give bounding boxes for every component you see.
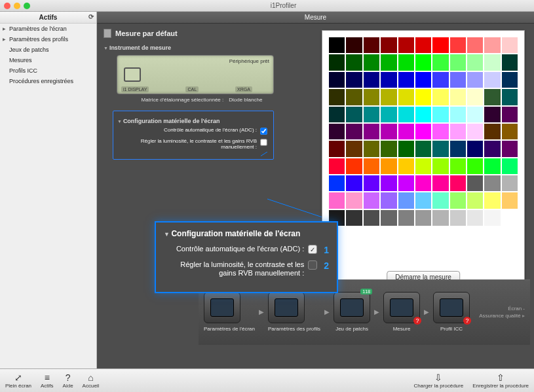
sidebar-item-3[interactable]: Mesures <box>0 55 96 65</box>
matrix-value: Diode blanche <box>229 97 262 103</box>
color-swatch <box>432 158 448 174</box>
workflow-tail[interactable]: Écran -Assurance qualité ▸ <box>479 305 525 319</box>
color-swatch <box>450 54 466 70</box>
sidebar: Actifs ⟳ Paramètres de l'écranParamètres… <box>0 12 97 368</box>
color-swatch <box>432 192 448 208</box>
color-swatch <box>484 37 500 53</box>
assets-button[interactable]: ≡Actifs <box>41 373 54 389</box>
tab-mesure[interactable]: Mesure <box>97 12 534 24</box>
color-swatch <box>329 89 345 105</box>
color-swatch <box>364 210 379 226</box>
color-swatch <box>346 72 362 88</box>
color-swatch <box>432 141 448 156</box>
bottom-toolbar: ⤢Plein écran ≡Actifs ?Aide ⌂Accueil ⇩Cha… <box>0 368 534 392</box>
warning-icon: ? <box>413 317 421 325</box>
refresh-icon[interactable]: ⟳ <box>88 13 94 20</box>
color-swatch <box>381 158 396 174</box>
color-swatch <box>398 89 414 105</box>
color-swatch <box>484 107 500 122</box>
sidebar-item-2[interactable]: Jeux de patchs <box>0 45 96 55</box>
workflow-step-0[interactable]: Paramètres de l'écran <box>204 292 255 332</box>
color-swatch <box>502 54 518 70</box>
color-swatch <box>364 192 379 208</box>
workflow-step-label: Mesure <box>383 326 420 332</box>
color-swatch <box>381 89 396 105</box>
color-swatch <box>329 175 345 191</box>
color-swatch <box>381 37 396 53</box>
zoom-adc-checkbox[interactable]: ✓ <box>308 245 317 254</box>
manual-checkbox[interactable] <box>260 139 267 145</box>
sidebar-item-4[interactable]: Profils ICC <box>0 65 96 76</box>
color-swatch <box>484 192 500 208</box>
callout-number-1: 1 <box>324 245 329 255</box>
workflow-step-icon: ? <box>433 292 470 323</box>
color-swatch <box>364 72 379 88</box>
color-swatch <box>329 37 345 53</box>
workflow-step-icon <box>204 292 240 323</box>
sidebar-item-1[interactable]: Paramètres des profils <box>0 34 96 45</box>
color-swatch <box>381 141 396 156</box>
color-swatch <box>450 141 466 156</box>
workflow-step-4[interactable]: ?Profil ICC <box>433 292 470 332</box>
patch-count-badge: 118 <box>360 289 372 294</box>
page-title: Mesure par défaut <box>104 29 300 38</box>
workflow-step-label: Paramètres des profils <box>268 326 320 332</box>
color-swatch <box>450 192 466 208</box>
color-swatch <box>467 89 483 105</box>
color-swatch <box>329 54 345 70</box>
document-icon <box>104 29 111 38</box>
color-swatch <box>467 175 483 191</box>
workflow-step-1[interactable]: Paramètres des profils <box>268 292 320 332</box>
workflow-step-label: Profil ICC <box>433 326 470 332</box>
color-swatch <box>381 175 396 191</box>
workflow-step-2[interactable]: 118Jeu de patchs <box>334 292 370 332</box>
color-swatch <box>398 192 414 208</box>
color-swatch <box>398 210 414 226</box>
close-icon[interactable] <box>4 3 10 9</box>
workflow-step-label: Paramètres de l'écran <box>204 326 255 332</box>
color-swatch <box>364 141 379 156</box>
save-procedure-button[interactable]: ⇧Enregistrer la procédure <box>472 373 529 389</box>
color-swatch <box>450 72 466 88</box>
color-swatch <box>398 107 414 122</box>
color-swatch <box>484 210 500 226</box>
color-swatch <box>346 124 362 139</box>
color-swatch <box>502 107 518 122</box>
color-swatch <box>484 72 500 88</box>
adc-checkbox[interactable] <box>260 128 267 134</box>
zoom-callout: Configuration matérielle de l'écran Cont… <box>155 221 338 293</box>
load-procedure-button[interactable]: ⇩Charger la procédure <box>414 373 464 389</box>
callout-number-2: 2 <box>324 260 329 271</box>
color-swatch <box>346 141 362 156</box>
color-swatch <box>415 124 431 139</box>
color-swatch <box>502 158 518 174</box>
color-swatch <box>502 37 518 53</box>
section-config[interactable]: Configuration matérielle de l'écran <box>117 118 268 124</box>
sidebar-item-0[interactable]: Paramètres de l'écran <box>0 24 96 34</box>
color-swatch <box>415 175 431 191</box>
color-swatch <box>329 141 345 156</box>
color-swatch <box>364 124 379 139</box>
color-swatch <box>346 158 362 174</box>
color-swatch <box>346 37 362 53</box>
color-swatch <box>432 37 448 53</box>
fullscreen-button[interactable]: ⤢Plein écran <box>5 373 31 389</box>
home-button[interactable]: ⌂Accueil <box>83 373 100 389</box>
color-swatch <box>432 89 448 105</box>
matrix-label: Matrice d'étalonnage sélectionnée : <box>142 97 224 103</box>
color-swatch <box>467 37 483 53</box>
help-button[interactable]: ?Aide <box>63 373 73 389</box>
color-swatch <box>381 124 396 139</box>
minimize-icon[interactable] <box>14 3 20 9</box>
workflow-step-3[interactable]: ?Mesure <box>383 292 420 332</box>
color-swatch <box>450 89 466 105</box>
section-instrument[interactable]: Instrument de mesure <box>104 45 300 51</box>
content-area: Mesure Mesure par défaut Instrument de m… <box>97 12 534 368</box>
color-swatch <box>415 192 431 208</box>
color-swatch <box>398 141 414 156</box>
zoom-icon[interactable] <box>24 3 30 9</box>
workflow-step-icon: 118 <box>334 292 370 323</box>
sidebar-item-5[interactable]: Procédures enregistrées <box>0 76 96 86</box>
color-swatch <box>484 124 500 139</box>
zoom-manual-checkbox[interactable] <box>308 260 317 270</box>
